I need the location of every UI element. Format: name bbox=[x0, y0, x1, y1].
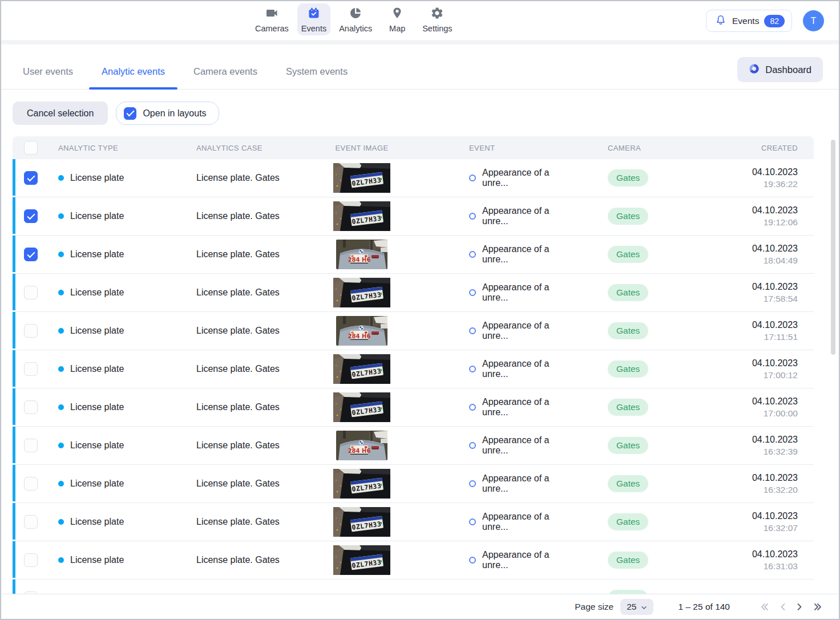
event-status-icon bbox=[469, 175, 476, 181]
tab-analytic-events[interactable]: Analytic events bbox=[102, 66, 165, 89]
select-all-checkbox[interactable] bbox=[24, 141, 38, 155]
analytic-type-label: License plate bbox=[70, 364, 124, 374]
created-time: 16:32:07 bbox=[764, 523, 798, 533]
event-image-thumbnail[interactable]: 0ZL7H33 bbox=[333, 354, 391, 384]
table-row[interactable]: License plate License plate. Gates 0ZL7H… bbox=[13, 312, 814, 350]
open-in-layouts-checkbox[interactable] bbox=[124, 107, 136, 120]
pagination-prev-button[interactable] bbox=[780, 602, 786, 611]
table-row[interactable]: License plate License plate. Gates 0ZL7H… bbox=[13, 503, 814, 541]
nav-item-settings[interactable]: Settings bbox=[418, 3, 456, 35]
tab-system-events[interactable]: System events bbox=[286, 66, 348, 89]
column-header-event-image[interactable]: EVENT IMAGE bbox=[325, 144, 399, 152]
analytic-type-label: License plate bbox=[70, 211, 124, 221]
row-checkbox[interactable] bbox=[24, 553, 38, 567]
analytic-type-label: License plate bbox=[70, 326, 124, 336]
row-checkbox[interactable] bbox=[24, 171, 38, 185]
camera-badge[interactable]: Gates bbox=[608, 169, 648, 187]
table-row[interactable]: License plate License plate. Gates 0ZL7H… bbox=[13, 541, 814, 580]
app-window: Cameras Events Analytics Map bbox=[0, 0, 840, 620]
column-header-analytic-type[interactable]: ANALYTIC TYPE bbox=[58, 144, 196, 152]
camera-badge[interactable]: Gates bbox=[608, 322, 648, 339]
event-image-thumbnail[interactable]: 0ZL7H33 bbox=[336, 431, 387, 460]
notifications-events-button[interactable]: Events 82 bbox=[706, 10, 792, 32]
column-header-created[interactable]: CREATED bbox=[696, 144, 814, 152]
row-checkbox[interactable] bbox=[24, 248, 38, 261]
row-checkbox[interactable] bbox=[24, 209, 38, 223]
nav-item-cameras[interactable]: Cameras bbox=[251, 3, 293, 35]
camera-badge[interactable]: Gates bbox=[608, 284, 648, 301]
row-checkbox[interactable] bbox=[24, 477, 38, 491]
analytics-case-label: License plate. Gates bbox=[196, 287, 280, 298]
svg-text:284 H6: 284 H6 bbox=[348, 448, 371, 454]
dashboard-button[interactable]: Dashboard bbox=[737, 57, 823, 82]
created-date: 04.10.2023 bbox=[752, 435, 798, 445]
created-date: 04.10.2023 bbox=[752, 511, 798, 521]
camera-badge[interactable]: Gates bbox=[608, 437, 648, 454]
vertical-scrollbar[interactable] bbox=[831, 140, 835, 355]
nav-item-events[interactable]: Events bbox=[297, 3, 330, 35]
table-row[interactable]: License plate License plate. Gates 0ZL7H… bbox=[13, 427, 814, 465]
table-row[interactable]: License plate License plate. Gates 0ZL7H… bbox=[13, 388, 814, 427]
camera-badge[interactable]: Gates bbox=[608, 246, 648, 263]
avatar[interactable]: T bbox=[803, 10, 824, 31]
event-status-icon bbox=[469, 213, 476, 220]
column-header-camera[interactable]: CAMERA bbox=[559, 144, 696, 152]
event-image-thumbnail[interactable]: 0ZL7H33 bbox=[333, 545, 391, 575]
event-image-thumbnail[interactable]: 0ZL7H33 bbox=[333, 201, 391, 231]
nav-item-analytics[interactable]: Analytics bbox=[335, 3, 376, 35]
created-time: 17:00:00 bbox=[764, 408, 798, 419]
table-row[interactable]: License plate License plate. Gates 0ZL7H… bbox=[13, 159, 814, 197]
row-accent-bar bbox=[13, 159, 15, 196]
table-row[interactable]: License plate License plate. Gates 0ZL7H… bbox=[13, 197, 814, 236]
row-checkbox[interactable] bbox=[24, 515, 38, 529]
tab-user-events[interactable]: User events bbox=[23, 66, 73, 89]
camera-badge[interactable]: Gates bbox=[608, 399, 648, 416]
event-image-thumbnail[interactable]: 0ZL7H33 bbox=[333, 507, 391, 537]
open-in-layouts-button[interactable]: Open in layouts bbox=[116, 102, 219, 125]
event-image-thumbnail[interactable]: 0ZL7H33 bbox=[333, 469, 391, 499]
row-accent-bar bbox=[13, 541, 15, 578]
event-image-thumbnail[interactable]: 0ZL7H33 bbox=[333, 163, 391, 193]
row-accent-bar bbox=[13, 465, 15, 501]
tab-camera-events[interactable]: Camera events bbox=[193, 66, 257, 89]
event-image-thumbnail[interactable]: 0ZL7H33 bbox=[336, 240, 387, 269]
row-checkbox[interactable] bbox=[24, 286, 38, 299]
analytics-case-label: License plate. Gates bbox=[196, 517, 280, 527]
event-image-thumbnail[interactable]: 0ZL7H33 bbox=[333, 278, 391, 307]
analytics-case-label: License plate. Gates bbox=[196, 364, 280, 374]
row-checkbox[interactable] bbox=[24, 439, 38, 452]
row-checkbox[interactable] bbox=[24, 400, 38, 414]
table-row[interactable]: License plate License plate. Gates 0ZL7H… bbox=[13, 274, 814, 312]
table-row[interactable]: License plate License plate. Gates 0ZL7H… bbox=[13, 465, 814, 503]
page-size-dropdown[interactable]: 25 bbox=[620, 599, 653, 615]
row-checkbox[interactable] bbox=[24, 362, 38, 376]
event-label: Appearance of a unre... bbox=[482, 282, 559, 303]
event-image-thumbnail[interactable]: 0ZL7H33 bbox=[336, 316, 387, 346]
camera-badge[interactable]: Gates bbox=[608, 208, 648, 225]
event-label: Appearance of a unre... bbox=[482, 321, 559, 341]
nav-label: Cameras bbox=[255, 24, 289, 33]
created-time: 17:11:51 bbox=[764, 332, 798, 342]
row-accent-bar bbox=[13, 388, 15, 425]
nav-item-map[interactable]: Map bbox=[381, 3, 414, 35]
table-row[interactable]: 0ZL7H33 bbox=[13, 580, 814, 594]
camera-badge[interactable]: Gates bbox=[608, 475, 648, 492]
pagination-first-button[interactable] bbox=[760, 602, 770, 611]
column-header-event[interactable]: EVENT bbox=[399, 144, 559, 152]
table-row[interactable]: License plate License plate. Gates 0ZL7H… bbox=[13, 350, 814, 388]
analytics-case-label: License plate. Gates bbox=[196, 479, 280, 489]
camera-badge[interactable]: Gates bbox=[608, 360, 648, 378]
event-image-thumbnail[interactable]: 0ZL7H33 bbox=[333, 392, 391, 422]
camera-badge[interactable]: Gates bbox=[608, 552, 648, 569]
row-checkbox[interactable] bbox=[24, 324, 38, 338]
pagination-last-button[interactable] bbox=[813, 602, 823, 611]
column-header-analytics-case[interactable]: ANALYTICS CASE bbox=[196, 144, 325, 152]
analytic-type-dot-icon bbox=[58, 175, 64, 181]
cancel-selection-button[interactable]: Cancel selection bbox=[13, 102, 108, 125]
table-row[interactable]: License plate License plate. Gates 0ZL7H… bbox=[13, 236, 814, 274]
pagination-next-button[interactable] bbox=[796, 602, 803, 611]
analytics-case-label: License plate. Gates bbox=[196, 555, 280, 565]
created-time: 17:58:54 bbox=[764, 294, 798, 304]
camera-badge[interactable]: Gates bbox=[608, 513, 648, 530]
event-status-icon bbox=[469, 366, 476, 372]
